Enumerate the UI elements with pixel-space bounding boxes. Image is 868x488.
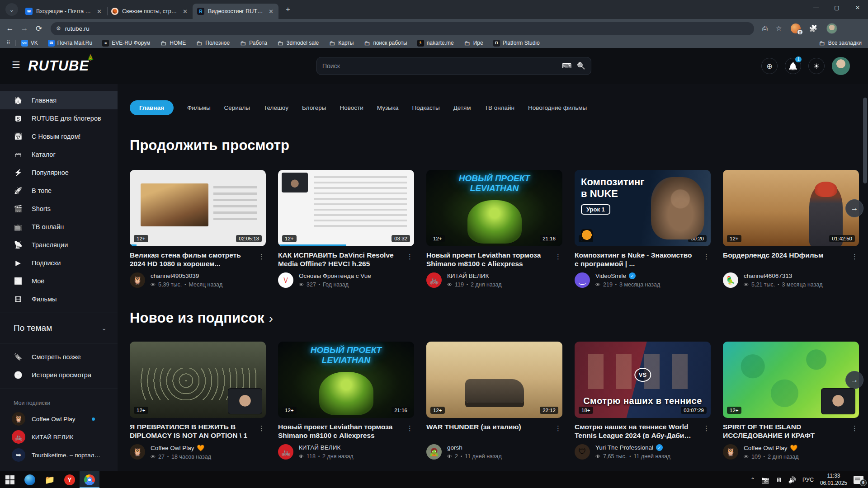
page-scrollbar[interactable]: [863, 98, 867, 183]
tab-close-icon[interactable]: ✕: [267, 8, 275, 15]
profile-sync-icon[interactable]: 2: [791, 23, 801, 33]
video-card[interactable]: 12+38:07Я ПРЕВРАТИЛСЯ В НЕЖИТЬ В DIPLOMA…: [130, 342, 266, 460]
bookmark-item[interactable]: 🗀Ире: [464, 40, 483, 47]
taskbar-start-icon[interactable]: [0, 471, 20, 488]
video-thumbnail[interactable]: 12+38:07: [130, 342, 266, 418]
upload-video-button[interactable]: ⊕: [761, 58, 778, 74]
video-title[interactable]: WAR THUNDER (за италию): [426, 422, 549, 440]
chip-телешоу[interactable]: Телешоу: [264, 104, 288, 111]
subscription-item[interactable]: 🚲КИТАЙ ВЕЛИК: [0, 428, 118, 446]
browser-tab[interactable]: RВидеохостинг RUTUBE. Смотр✕: [193, 4, 278, 19]
channel-name[interactable]: VideoSmile✓: [595, 272, 660, 279]
video-title[interactable]: Я ПРЕВРАТИЛСЯ В НЕЖИТЬ В DIPLOMACY IS NO…: [130, 422, 253, 440]
video-card[interactable]: НОВЫЙ ПРОЕКТ LEVIATHAN12+21:16Новый прое…: [426, 170, 562, 288]
sidebar-item-история-просмотра[interactable]: 🕘История просмотра: [0, 366, 118, 384]
chip-музыка[interactable]: Музыка: [377, 104, 399, 111]
bookmark-item[interactable]: 🏃nakarte.me: [417, 40, 454, 47]
sidebar-item-shorts[interactable]: 🎬Shorts: [0, 200, 118, 218]
chip-сериалы[interactable]: Сериалы: [224, 104, 250, 111]
bookmark-item[interactable]: 🗀3dmodel sale: [277, 40, 319, 47]
video-thumbnail[interactable]: НОВЫЙ ПРОЕКТ LEVIATHAN12+21:16: [278, 342, 414, 418]
notification-center-icon[interactable]: 9: [854, 476, 863, 484]
section-chevron-icon[interactable]: ›: [269, 311, 274, 325]
video-title[interactable]: Смотрю наших на теннисе World Tennis Lea…: [575, 422, 698, 440]
tab-close-icon[interactable]: ✕: [181, 8, 189, 15]
chip-детям[interactable]: Детям: [453, 104, 471, 111]
bookmark-item[interactable]: 🗀HOME: [160, 40, 186, 47]
kebab-menu-icon[interactable]: ⋮: [703, 253, 710, 261]
channel-name[interactable]: Coffee Owl Play🧡: [151, 444, 211, 451]
kebab-menu-icon[interactable]: ⋮: [703, 424, 710, 432]
keyboard-icon[interactable]: ⌨: [562, 62, 572, 70]
video-thumbnail[interactable]: Смотрю наших в теннисеVS18+03:07:29: [575, 342, 711, 418]
video-title[interactable]: Бордерлендс 2024 HDфильм: [723, 251, 846, 268]
bookmark-item[interactable]: 🗀Работа: [240, 40, 267, 47]
tab-search-button[interactable]: ⌄: [5, 3, 18, 16]
maximize-button[interactable]: ▢: [826, 0, 847, 15]
back-button[interactable]: ←: [3, 24, 17, 33]
channel-avatar[interactable]: 🚲: [426, 272, 442, 288]
browser-tab[interactable]: ✉Входящие - Почта Mail✕: [21, 4, 107, 19]
site-settings-icon[interactable]: ⚙: [56, 25, 61, 32]
video-card[interactable]: 12+27:29SPIRIT OF THE ISLAND ИССЛЕДОВАНИ…: [723, 342, 859, 460]
search-bar[interactable]: Поиск ⌨ 🔍: [316, 57, 591, 75]
video-thumbnail[interactable]: 12+22:12: [426, 342, 562, 418]
channel-avatar[interactable]: 🦉: [723, 444, 738, 460]
video-title[interactable]: SPIRIT OF THE ISLAND ИССЛЕДОВАНИЕ И КРАФ…: [723, 422, 846, 440]
video-card[interactable]: Композитинг в NUKEУрок 112+50:20Композит…: [575, 170, 711, 288]
video-thumbnail[interactable]: НОВЫЙ ПРОЕКТ LEVIATHAN12+21:16: [426, 170, 562, 246]
minimize-button[interactable]: —: [806, 0, 826, 15]
extensions-puzzle-icon[interactable]: 🧩: [809, 24, 817, 33]
channel-name[interactable]: Yuri The Professional✓: [595, 444, 670, 451]
kebab-menu-icon[interactable]: ⋮: [851, 424, 858, 432]
chip-новогодние-фильмы[interactable]: Новогодние фильмы: [528, 104, 587, 111]
sidebar-item-тв-онлайн[interactable]: 📺ТВ онлайн: [0, 218, 118, 236]
taskbar-chrome-icon[interactable]: [80, 471, 99, 488]
address-bar[interactable]: ⚙ rutube.ru: [51, 22, 754, 35]
video-thumbnail[interactable]: 12+02:05:13: [130, 170, 266, 246]
channel-name[interactable]: КИТАЙ ВЕЛИК: [299, 444, 354, 451]
browser-tab[interactable]: Свежие посты, страница 7 | Пи✕: [107, 4, 193, 19]
channel-name[interactable]: КИТАЙ ВЕЛИК: [447, 272, 502, 279]
video-thumbnail[interactable]: 12+03:32: [278, 170, 414, 246]
video-card[interactable]: 12+03:32КАК ИСПРАВИТЬ DaVinci Resolve Me…: [278, 170, 414, 288]
channel-avatar[interactable]: 🦉: [130, 272, 145, 288]
sidebar-item-популярное[interactable]: ⚡Популярное: [0, 164, 118, 182]
close-button[interactable]: ✕: [847, 0, 868, 15]
sidebar-item-смотреть-позже[interactable]: 🔖Смотреть позже: [0, 348, 118, 366]
chip-тв-онлайн[interactable]: ТВ онлайн: [485, 104, 514, 111]
channel-name[interactable]: channel49053039: [151, 272, 222, 279]
browser-profile-avatar[interactable]: [826, 23, 837, 34]
cast-icon[interactable]: ⎙: [762, 24, 768, 33]
video-thumbnail[interactable]: 12+27:29: [723, 342, 859, 418]
clock[interactable]: 11:33 06.01.2025: [820, 473, 847, 487]
chip-главная[interactable]: Главная: [130, 100, 174, 115]
language-indicator[interactable]: РУС: [802, 477, 814, 483]
bookmark-item[interactable]: ✉Почта Mail.Ru: [48, 40, 92, 47]
chip-блогеры[interactable]: Блогеры: [302, 104, 326, 111]
meet-now-icon[interactable]: 📷: [761, 476, 769, 483]
row-scroll-arrow[interactable]: →: [845, 199, 863, 217]
channel-name[interactable]: channel46067313: [744, 272, 823, 279]
apps-grid-icon[interactable]: ⠿: [6, 40, 11, 46]
sidebar-item-подписки[interactable]: ▶Подписки: [0, 254, 118, 272]
channel-name[interactable]: Основы Фронтенда с Vue: [299, 272, 371, 279]
bookmark-item[interactable]: ≡EVE-RU Форум: [102, 40, 150, 47]
video-title[interactable]: Новый проект Leviathan тормоза Shimano m…: [278, 422, 401, 440]
bookmark-item[interactable]: 🗀Карты: [329, 40, 354, 47]
video-title[interactable]: Великая стена фильм смотреть 2024 HD 108…: [130, 251, 253, 268]
sidebar-item-трансляции[interactable]: 📡Трансляции: [0, 236, 118, 254]
sidebar-item-rutube-для-блогеров[interactable]: 🆂RUTUBE для блогеров: [0, 109, 118, 127]
taskbar-explorer-icon[interactable]: 📁: [40, 471, 60, 488]
sidebar-item-моё[interactable]: 🎦Моё: [0, 272, 118, 290]
video-card[interactable]: 12+02:05:13Великая стена фильм смотреть …: [130, 170, 266, 288]
taskbar-edge-icon[interactable]: [20, 471, 40, 488]
bookmark-star-icon[interactable]: ☆: [776, 24, 782, 33]
video-title[interactable]: Новый проект Leviathan тормоза Shimano m…: [426, 251, 549, 268]
volume-icon[interactable]: 🔊: [788, 476, 796, 483]
video-title[interactable]: КАК ИСПРАВИТЬ DaVinci Resolve Media Offl…: [278, 251, 401, 268]
bookmark-item[interactable]: ПPlatform Studio: [493, 40, 540, 47]
sidebar-item-главная[interactable]: 🏠Главная: [0, 91, 118, 109]
kebab-menu-icon[interactable]: ⋮: [555, 424, 561, 432]
forward-button[interactable]: →: [17, 24, 32, 33]
